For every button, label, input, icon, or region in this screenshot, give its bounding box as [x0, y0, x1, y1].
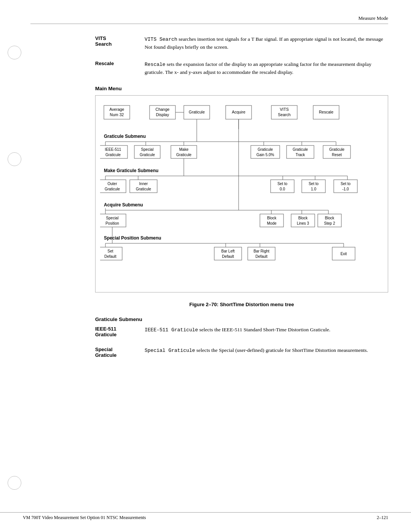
- menu-tree-section: Main Menu Average Num 32 Change Display: [95, 86, 388, 358]
- svg-text:Graticule: Graticule: [140, 153, 155, 157]
- svg-text:Average: Average: [110, 107, 124, 112]
- svg-text:Outer: Outer: [107, 182, 117, 186]
- menu-tree-container: Average Num 32 Change Display Graticule: [95, 95, 388, 292]
- main-content: VITSSearch VITS Search searches insertio…: [95, 35, 388, 358]
- margin-circle-2: [8, 152, 21, 166]
- vits-search-definition: VITS Search searches insertion test sign…: [145, 35, 388, 51]
- svg-text:-1.0: -1.0: [342, 187, 349, 191]
- svg-text:Rescale: Rescale: [319, 110, 333, 114]
- svg-text:Set to: Set to: [341, 182, 351, 186]
- svg-text:Reset: Reset: [332, 153, 342, 157]
- svg-text:Graticule: Graticule: [105, 187, 120, 191]
- svg-text:Graticule: Graticule: [189, 110, 205, 114]
- svg-text:Block: Block: [298, 216, 308, 220]
- vits-search-block: VITSSearch VITS Search searches insertio…: [95, 35, 388, 51]
- main-menu-label: Main Menu: [95, 86, 388, 91]
- footer-right: 2–121: [377, 515, 388, 521]
- svg-text:Default: Default: [104, 254, 116, 259]
- svg-text:Default: Default: [255, 254, 268, 259]
- svg-text:Bar Left: Bar Left: [221, 249, 234, 253]
- svg-text:Acquire Submenu: Acquire Submenu: [104, 202, 143, 208]
- svg-text:Set to: Set to: [277, 182, 288, 186]
- svg-text:Default: Default: [222, 254, 234, 259]
- svg-text:Make: Make: [179, 147, 189, 152]
- margin-circle-3: [8, 476, 21, 490]
- svg-text:Block: Block: [325, 216, 335, 220]
- svg-text:Graticule: Graticule: [329, 147, 344, 152]
- svg-text:Make Graticule Submenu: Make Graticule Submenu: [104, 168, 158, 173]
- margin-circle-1: [8, 46, 21, 59]
- svg-text:Acquire: Acquire: [232, 110, 245, 114]
- svg-text:Step 2: Step 2: [324, 221, 335, 225]
- svg-text:Gain 5.0%: Gain 5.0%: [256, 153, 274, 157]
- special-graticule-block: SpecialGraticule Special Graticule selec…: [95, 347, 388, 358]
- ieee511-term: IEEE-511Graticule: [95, 326, 145, 337]
- svg-text:Display: Display: [156, 112, 169, 117]
- ieee511-block: IEEE-511Graticule IEEE-511 Graticule sel…: [95, 326, 388, 337]
- svg-text:Change: Change: [156, 107, 170, 112]
- svg-text:IEEE-511: IEEE-511: [105, 147, 121, 152]
- header-title: Measure Mode: [358, 15, 388, 21]
- svg-text:Search: Search: [278, 112, 290, 117]
- svg-text:Track: Track: [296, 153, 306, 157]
- svg-text:Special: Special: [106, 216, 119, 220]
- rescale-definition: Rescale sets the expansion factor of the…: [145, 61, 388, 77]
- rescale-term: Rescale: [95, 61, 145, 77]
- footer-left: VM 700T Video Measurement Set Option 01 …: [23, 515, 146, 521]
- page-header: Measure Mode: [30, 15, 388, 24]
- svg-text:Special: Special: [141, 147, 154, 152]
- figure-caption: Figure 2–70: ShortTime Distortion menu t…: [95, 302, 388, 307]
- page: Measure Mode VITSSearch VITS Search sear…: [0, 0, 411, 532]
- menu-tree-svg: Average Num 32 Change Display Graticule: [100, 102, 411, 284]
- svg-text:0.0: 0.0: [280, 187, 285, 191]
- svg-text:Position: Position: [105, 221, 119, 225]
- svg-text:Bar Right: Bar Right: [253, 249, 269, 253]
- svg-text:Graticule: Graticule: [136, 187, 151, 191]
- svg-text:Num 32: Num 32: [110, 112, 124, 117]
- svg-text:Graticule: Graticule: [293, 147, 308, 152]
- page-footer: VM 700T Video Measurement Set Option 01 …: [0, 512, 411, 521]
- svg-text:Inner: Inner: [139, 182, 148, 186]
- ieee511-definition: IEEE-511 Graticule selects the IEEE-511 …: [145, 326, 388, 337]
- svg-text:Graticule Submenu: Graticule Submenu: [104, 134, 146, 139]
- svg-text:Set: Set: [107, 249, 113, 253]
- svg-text:Exit: Exit: [341, 252, 347, 256]
- vits-search-term: VITSSearch: [95, 35, 145, 51]
- svg-text:Special Position Submenu: Special Position Submenu: [104, 235, 161, 241]
- svg-text:Graticule: Graticule: [105, 153, 121, 157]
- graticule-submenu-section-label: Graticule Submenu: [95, 316, 388, 322]
- special-graticule-definition: Special Graticule selects the Special (u…: [145, 347, 388, 358]
- svg-text:Set to: Set to: [309, 182, 319, 186]
- svg-text:Lines 3: Lines 3: [297, 221, 309, 225]
- svg-text:VITS: VITS: [280, 107, 288, 112]
- svg-text:Graticule: Graticule: [176, 153, 191, 157]
- rescale-block: Rescale Rescale sets the expansion facto…: [95, 61, 388, 77]
- svg-text:1.0: 1.0: [311, 187, 316, 191]
- svg-text:Graticule: Graticule: [258, 147, 273, 152]
- special-graticule-term: SpecialGraticule: [95, 347, 145, 358]
- svg-text:Mode: Mode: [267, 221, 276, 225]
- svg-text:Block: Block: [267, 216, 277, 220]
